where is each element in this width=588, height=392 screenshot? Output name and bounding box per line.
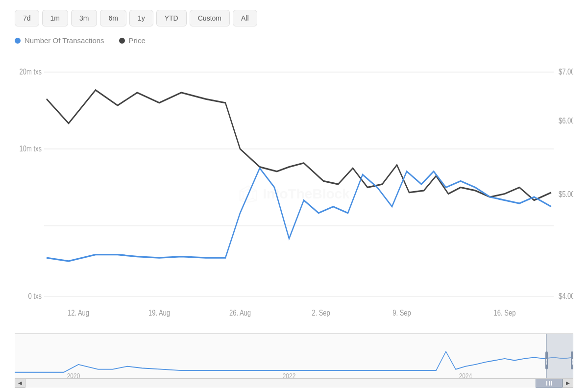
grip-2 bbox=[549, 381, 550, 386]
btn-3m[interactable]: 3m bbox=[71, 10, 97, 26]
grip-1 bbox=[546, 381, 547, 386]
legend-dot-price bbox=[119, 38, 125, 44]
chart-legend: Number Of Transactions Price bbox=[15, 36, 573, 45]
navigator-area: 2020 2022 2024 ◀ bbox=[15, 333, 573, 387]
navigator-scrollbar: ◀ ▶ bbox=[15, 378, 573, 387]
grip-3 bbox=[551, 381, 552, 386]
btn-1y[interactable]: 1y bbox=[129, 10, 153, 26]
svg-text:12. Aug: 12. Aug bbox=[68, 308, 89, 317]
svg-text:$7.00: $7.00 bbox=[559, 67, 573, 76]
svg-text:$4.00: $4.00 bbox=[559, 291, 573, 300]
btn-ytd[interactable]: YTD bbox=[156, 10, 187, 26]
price-line bbox=[47, 90, 551, 200]
svg-text:$5.00: $5.00 bbox=[559, 189, 573, 198]
scroll-right-btn[interactable]: ▶ bbox=[563, 379, 573, 388]
svg-text:16. Sep: 16. Sep bbox=[494, 308, 516, 317]
btn-1m[interactable]: 1m bbox=[42, 10, 68, 26]
legend-transactions: Number Of Transactions bbox=[15, 36, 104, 45]
scroll-thumb[interactable] bbox=[536, 379, 563, 388]
legend-label-price: Price bbox=[129, 36, 146, 45]
legend-dot-transactions bbox=[15, 38, 21, 44]
legend-price: Price bbox=[119, 36, 146, 45]
page-container: 7d 1m 3m 6m 1y YTD Custom All Number Of … bbox=[0, 0, 588, 392]
svg-text:2. Sep: 2. Sep bbox=[312, 308, 330, 317]
btn-7d[interactable]: 7d bbox=[15, 10, 39, 26]
main-chart-area: IntoTheBlock 20m txs 10m txs 0 txs $7.00… bbox=[15, 59, 573, 328]
scroll-track[interactable] bbox=[25, 379, 563, 388]
scroll-left-btn[interactable]: ◀ bbox=[15, 379, 25, 388]
legend-label-transactions: Number Of Transactions bbox=[24, 36, 104, 45]
chart-wrapper: IntoTheBlock 20m txs 10m txs 0 txs $7.00… bbox=[15, 59, 573, 387]
btn-6m[interactable]: 6m bbox=[100, 10, 126, 26]
svg-text:9. Sep: 9. Sep bbox=[392, 308, 411, 317]
btn-all[interactable]: All bbox=[233, 10, 257, 26]
time-range-controls: 7d 1m 3m 6m 1y YTD Custom All bbox=[15, 10, 573, 26]
transactions-line bbox=[47, 168, 551, 261]
btn-custom[interactable]: Custom bbox=[190, 10, 230, 26]
svg-text:19. Aug: 19. Aug bbox=[148, 308, 170, 317]
svg-text:20m txs: 20m txs bbox=[20, 67, 42, 76]
svg-text:$6.00: $6.00 bbox=[559, 116, 573, 125]
svg-text:10m txs: 10m txs bbox=[20, 144, 42, 153]
main-chart-svg: 20m txs 10m txs 0 txs $7.00 $6.00 $5.00 … bbox=[15, 59, 573, 328]
svg-text:0 txs: 0 txs bbox=[28, 291, 42, 300]
svg-text:26. Aug: 26. Aug bbox=[229, 308, 251, 317]
